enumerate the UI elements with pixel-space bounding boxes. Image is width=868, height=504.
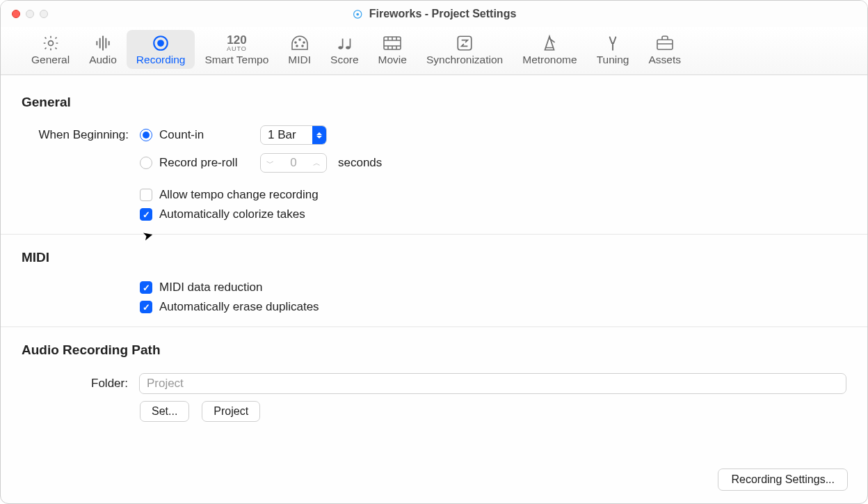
tab-tuning[interactable]: Tuning — [587, 30, 639, 69]
folder-label: Folder: — [22, 377, 132, 391]
auto-colorize-checkbox[interactable] — [140, 208, 152, 221]
tab-audio[interactable]: Audio — [79, 30, 127, 69]
set-button[interactable]: Set... — [140, 401, 189, 422]
preroll-label: Record pre-roll — [159, 156, 253, 170]
gear-icon — [42, 33, 60, 54]
svg-point-13 — [296, 45, 298, 47]
row-auto-colorize: Automatically colorize takes — [22, 207, 846, 221]
row-count-in: When Beginning: Count-in 1 Bar — [22, 125, 846, 145]
footer: Recording Settings... — [718, 468, 848, 491]
settings-window: Fireworks - Project Settings General Aud… — [0, 0, 868, 504]
tab-smart-tempo[interactable]: 120 AUTO Smart Tempo — [195, 30, 278, 69]
tab-label: Audio — [89, 54, 117, 66]
auto-colorize-label: Automatically colorize takes — [159, 207, 305, 221]
chevron-updown-icon — [312, 126, 326, 144]
traffic-lights — [12, 10, 48, 18]
notes-icon — [335, 33, 353, 54]
tab-label: Recording — [136, 54, 186, 66]
tab-assets[interactable]: Assets — [638, 30, 691, 69]
sync-icon — [456, 33, 474, 54]
divider — [1, 326, 867, 327]
tab-general[interactable]: General — [22, 30, 79, 69]
svg-rect-28 — [458, 36, 472, 50]
svg-point-1 — [356, 13, 359, 15]
tab-midi[interactable]: MIDI — [278, 30, 321, 69]
row-erase-dup: Automatically erase duplicates — [22, 300, 846, 314]
count-in-label: Count-in — [159, 128, 253, 142]
tab-recording[interactable]: Recording — [127, 30, 195, 69]
tab-label: Synchronization — [426, 54, 503, 66]
titlebar: Fireworks - Project Settings — [1, 1, 867, 27]
when-beginning-label: When Beginning: — [22, 128, 133, 142]
tab-label: Score — [330, 54, 359, 66]
tab-label: General — [31, 54, 70, 66]
chevron-up-icon[interactable]: ︿ — [313, 158, 321, 168]
recording-settings-button[interactable]: Recording Settings... — [718, 468, 848, 491]
tab-label: Smart Tempo — [204, 54, 268, 66]
preroll-value: 0 — [282, 156, 305, 170]
tab-synchronization[interactable]: Synchronization — [417, 30, 513, 69]
tab-score[interactable]: Score — [321, 30, 369, 69]
row-allow-tempo: Allow tempo change recording — [22, 188, 846, 202]
count-in-select[interactable]: 1 Bar — [260, 125, 327, 145]
preroll-stepper[interactable]: ﹀ 0 ︿ — [260, 153, 327, 173]
waveform-icon — [94, 33, 112, 54]
row-folder: Folder: Project — [22, 373, 846, 394]
tab-label: Metronome — [522, 54, 577, 66]
svg-point-2 — [48, 41, 53, 46]
seconds-label: seconds — [338, 156, 382, 170]
project-button[interactable]: Project — [202, 401, 260, 422]
tab-label: Tuning — [597, 54, 629, 66]
svg-rect-18 — [350, 39, 351, 48]
midi-data-reduction-checkbox[interactable] — [140, 281, 152, 294]
window-title: Fireworks - Project Settings — [369, 8, 517, 20]
count-in-radio[interactable] — [140, 129, 152, 141]
record-icon — [152, 33, 170, 54]
toolbar: General Audio Recording 120 AUTO Smart T… — [1, 27, 867, 75]
tab-metronome[interactable]: Metronome — [513, 30, 586, 69]
tab-label: Assets — [648, 54, 681, 66]
tab-label: MIDI — [288, 54, 311, 66]
briefcase-icon — [655, 33, 675, 54]
section-midi-title: MIDI — [22, 250, 846, 265]
preroll-radio[interactable] — [140, 157, 152, 169]
auto-erase-dup-label: Automatically erase duplicates — [159, 300, 319, 314]
midi-data-reduction-label: MIDI data reduction — [159, 281, 262, 294]
midi-icon — [290, 33, 310, 54]
tab-movie[interactable]: Movie — [369, 30, 417, 69]
film-icon — [383, 33, 402, 54]
svg-point-9 — [157, 40, 164, 47]
folder-value: Project — [147, 377, 184, 391]
close-button[interactable] — [12, 10, 20, 18]
allow-tempo-label: Allow tempo change recording — [159, 188, 319, 202]
section-general-title: General — [22, 95, 846, 110]
svg-point-10 — [299, 39, 300, 40]
svg-point-11 — [295, 42, 296, 43]
section-audio-path-title: Audio Recording Path — [22, 342, 846, 358]
svg-point-12 — [303, 42, 305, 43]
svg-rect-16 — [342, 39, 344, 48]
folder-input[interactable]: Project — [139, 373, 846, 394]
row-preroll: Record pre-roll ﹀ 0 ︿ seconds — [22, 153, 846, 173]
content: General When Beginning: Count-in 1 Bar R… — [1, 75, 867, 422]
auto-erase-dup-checkbox[interactable] — [140, 301, 152, 313]
minimize-button[interactable] — [26, 10, 34, 18]
chevron-down-icon[interactable]: ﹀ — [266, 158, 274, 168]
divider — [1, 234, 867, 235]
row-folder-buttons: Set... Project — [22, 401, 846, 422]
app-icon — [352, 8, 364, 20]
row-midi-reduction: MIDI data reduction — [22, 281, 846, 294]
count-in-value: 1 Bar — [268, 128, 312, 142]
tempo-icon: 120 AUTO — [227, 33, 247, 54]
svg-point-14 — [302, 45, 303, 47]
window-title-wrap: Fireworks - Project Settings — [352, 8, 517, 20]
maximize-button[interactable] — [40, 10, 48, 18]
allow-tempo-checkbox[interactable] — [140, 189, 152, 201]
svg-rect-32 — [657, 40, 673, 49]
tuning-fork-icon — [604, 33, 622, 54]
tab-label: Movie — [378, 54, 407, 66]
metronome-icon — [540, 33, 558, 54]
